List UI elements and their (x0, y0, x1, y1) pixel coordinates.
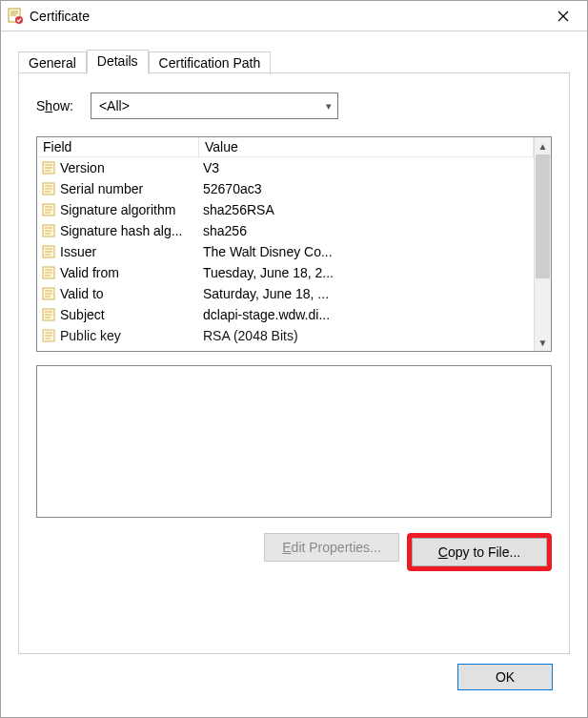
column-header-field[interactable]: Field (37, 137, 199, 156)
ok-button[interactable]: OK (457, 664, 553, 690)
dialog-footer: OK (18, 654, 570, 704)
close-button[interactable] (541, 2, 585, 31)
tab-details[interactable]: Details (87, 50, 149, 73)
detail-textbox[interactable] (36, 365, 552, 518)
show-row: Show: <All> ▾ (36, 92, 552, 119)
row-field: Signature algorithm (60, 202, 201, 217)
dialog-body: General Details Certification Path Show:… (1, 31, 587, 717)
row-value: Tuesday, June 18, 2... (201, 265, 534, 280)
list-item[interactable]: Valid fromTuesday, June 18, 2... (37, 262, 534, 283)
row-field: Issuer (60, 244, 201, 259)
row-value: RSA (2048 Bits) (201, 328, 534, 343)
show-selected-value: <All> (99, 98, 130, 113)
row-field: Subject (60, 307, 201, 322)
property-icon (41, 202, 56, 217)
row-value: Saturday, June 18, ... (201, 286, 534, 301)
tab-general[interactable]: General (18, 51, 87, 74)
row-field: Version (60, 160, 201, 175)
column-header-value[interactable]: Value (199, 137, 534, 156)
scroll-up-icon[interactable]: ▲ (535, 137, 551, 154)
copy-to-file-button[interactable]: Copy to File... (412, 538, 547, 566)
property-icon (41, 307, 56, 322)
row-field: Valid to (60, 286, 201, 301)
property-icon (41, 286, 56, 301)
row-field: Valid from (60, 265, 201, 280)
property-icon (41, 181, 56, 196)
property-icon (41, 265, 56, 280)
row-value: V3 (201, 160, 534, 175)
list-item[interactable]: Signature algorithmsha256RSA (37, 199, 534, 220)
list-item[interactable]: Signature hash alg...sha256 (37, 220, 534, 241)
property-icon (41, 160, 56, 175)
list-header: Field Value (37, 137, 534, 157)
scrollbar-track[interactable] (535, 154, 551, 334)
tab-panel-details: Show: <All> ▾ Field Value VersionV3Seria… (18, 73, 570, 654)
copy-to-file-highlight: Copy to File... (407, 533, 552, 571)
show-combobox[interactable]: <All> ▾ (91, 92, 338, 119)
list-item[interactable]: Public keyRSA (2048 Bits) (37, 325, 534, 346)
row-field: Public key (60, 328, 201, 343)
tab-certification-path[interactable]: Certification Path (149, 51, 272, 74)
property-icon (41, 328, 56, 343)
list-item[interactable]: Serial number52670ac3 (37, 178, 534, 199)
titlebar: Certificate (1, 1, 587, 31)
row-value: 52670ac3 (201, 181, 534, 196)
edit-properties-button: Edit Properties... (264, 533, 399, 562)
window-title: Certificate (30, 9, 541, 24)
list-item[interactable]: IssuerThe Walt Disney Co... (37, 241, 534, 262)
vertical-scrollbar[interactable]: ▲ ▼ (534, 137, 551, 351)
row-value: sha256RSA (201, 202, 534, 217)
certificate-icon (7, 8, 24, 25)
action-button-row: Edit Properties... Copy to File... (36, 533, 552, 571)
close-icon (558, 10, 569, 22)
show-label: Show: (36, 98, 73, 113)
scroll-down-icon[interactable]: ▼ (535, 334, 551, 351)
list-item[interactable]: Valid toSaturday, June 18, ... (37, 283, 534, 304)
list-item[interactable]: Subjectdclapi-stage.wdw.di... (37, 304, 534, 325)
row-value: The Walt Disney Co... (201, 244, 534, 259)
tab-strip: General Details Certification Path (18, 47, 570, 73)
scrollbar-thumb[interactable] (536, 154, 550, 278)
row-field: Serial number (60, 181, 201, 196)
chevron-down-icon: ▾ (326, 100, 332, 113)
list-item[interactable]: VersionV3 (37, 157, 534, 178)
property-icon (41, 223, 56, 238)
certificate-dialog: Certificate General Details Certificatio… (0, 0, 588, 718)
row-field: Signature hash alg... (60, 223, 201, 238)
row-value: sha256 (201, 223, 534, 238)
property-icon (41, 244, 56, 259)
fields-listbox[interactable]: Field Value VersionV3Serial number52670a… (36, 136, 552, 352)
row-value: dclapi-stage.wdw.di... (201, 307, 534, 322)
